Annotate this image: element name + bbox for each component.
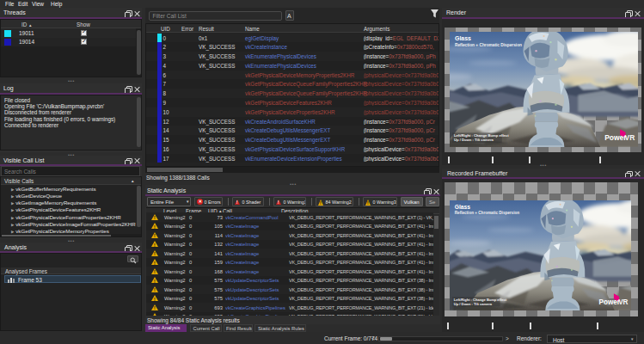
- svg-text:Up / Down : Tilt camera: Up / Down : Tilt camera: [454, 138, 494, 142]
- svg-text:VR: VR: [625, 133, 635, 142]
- svg-text:Glass: Glass: [455, 204, 471, 210]
- svg-text:Up / Down : Tilt camera: Up / Down : Tilt camera: [454, 302, 493, 306]
- svg-text:Reflection + Chromatic Dispers: Reflection + Chromatic Dispersion: [455, 43, 522, 47]
- svg-text:Reflection + Chromatic Dispers: Reflection + Chromatic Dispersion: [455, 211, 519, 215]
- svg-text:VR: VR: [618, 298, 628, 306]
- svg-text:Glass: Glass: [455, 35, 471, 41]
- svg-text:Power: Power: [599, 298, 621, 306]
- svg-text:Power: Power: [604, 133, 627, 142]
